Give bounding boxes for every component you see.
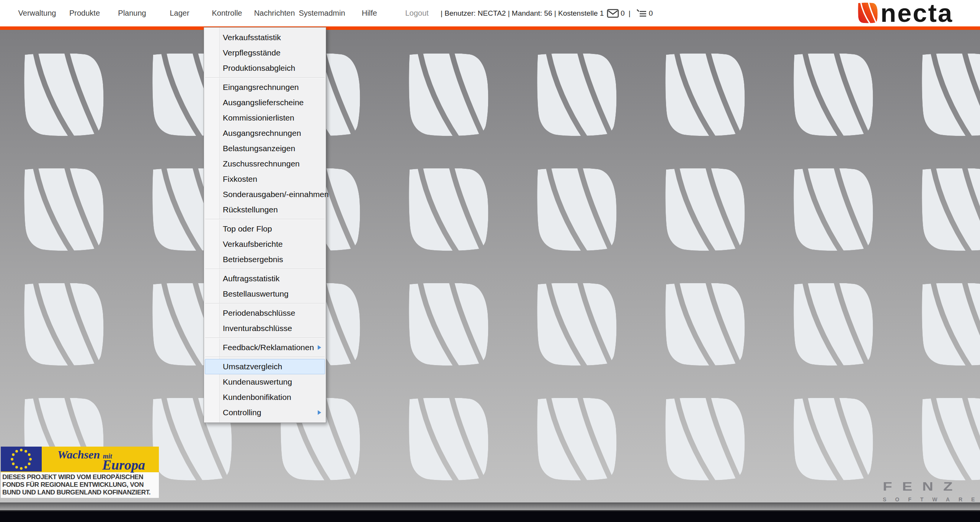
accent-bar bbox=[0, 26, 980, 30]
menu-separator bbox=[205, 338, 325, 338]
app-window: VerwaltungProduktePlanungLagerKontrolleN… bbox=[0, 0, 980, 522]
header-divider: | bbox=[629, 9, 630, 18]
dropdown-item-ausgangsrechnungen[interactable]: Ausgangsrechnungen bbox=[204, 126, 326, 141]
menu-item-planung[interactable]: Planung bbox=[108, 9, 156, 18]
dropdown-item-bestellauswertung[interactable]: Bestellauswertung bbox=[204, 286, 326, 302]
dropdown-item-controlling[interactable]: Controlling bbox=[204, 405, 326, 420]
footer-bevel bbox=[0, 503, 980, 510]
brand-wordmark: necta bbox=[880, 1, 953, 25]
dropdown-item-top-oder-flop[interactable]: Top oder Flop bbox=[204, 221, 326, 237]
dropdown-item-kommissionierlisten[interactable]: Kommissionierlisten bbox=[204, 110, 326, 126]
dropdown-item-sonderausgaben-einnahmen[interactable]: Sonderausgaben/-einnahmen bbox=[204, 187, 326, 202]
dropdown-item-periodenabschlüsse[interactable]: Periodenabschlüsse bbox=[204, 305, 326, 321]
dropdown-item-umsatzvergleich[interactable]: Umsatzvergleich bbox=[205, 359, 325, 374]
menu-separator bbox=[205, 269, 325, 269]
submenu-arrow-icon bbox=[318, 345, 321, 350]
dropdown-item-inventurabschlüsse[interactable]: Inventurabschlüsse bbox=[204, 321, 326, 336]
task-list-icon[interactable] bbox=[636, 8, 647, 18]
dropdown-item-verpflegsstände[interactable]: Verpflegsstände bbox=[204, 45, 326, 60]
dropdown-item-fixkosten[interactable]: Fixkosten bbox=[204, 171, 326, 187]
menu-item-produkte[interactable]: Produkte bbox=[61, 9, 108, 18]
eu-caption-line: FONDS FÜR REGIONALE ENTWICKLUNG, VON bbox=[2, 481, 157, 489]
eu-title-word2: Europa bbox=[102, 457, 145, 473]
menu-separator bbox=[205, 77, 325, 78]
dropdown-item-betriebsergebnis[interactable]: Betriebsergebnis bbox=[204, 252, 326, 267]
mail-count: 0 bbox=[621, 9, 625, 18]
submenu-arrow-icon bbox=[318, 410, 321, 415]
menu-item-logout[interactable]: Logout bbox=[393, 9, 441, 18]
background-pattern bbox=[0, 30, 980, 502]
eu-caption-line: BUND UND LAND BURGENLAND KOFINANZIERT. bbox=[2, 489, 157, 496]
mail-icon[interactable] bbox=[607, 9, 619, 18]
dropdown-item-zuschussrechnungen[interactable]: Zuschussrechnungen bbox=[204, 156, 326, 171]
fenz-watermark-subtitle: SOFTWARE bbox=[883, 496, 980, 502]
eu-badge-banner: Wachsen mit Europa bbox=[1, 447, 159, 472]
dropdown-item-kundenauswertung[interactable]: Kundenauswertung bbox=[204, 374, 326, 390]
dropdown-item-kundenbonifikation[interactable]: Kundenbonifikation bbox=[204, 390, 326, 405]
menu-item-hilfe[interactable]: Hilfe bbox=[346, 9, 393, 18]
eu-badge-caption: DIESES PROJEKT WIRD VOM EUROPÄISCHENFOND… bbox=[1, 472, 159, 498]
dropdown-item-verkaufsstatistik[interactable]: Verkaufsstatistik bbox=[204, 30, 326, 45]
user-info-text: | Benutzer: NECTA2 | Mandant: 56 | Koste… bbox=[441, 9, 604, 18]
eu-title-word1: Wachsen bbox=[57, 448, 100, 461]
menubar: VerwaltungProduktePlanungLagerKontrolleN… bbox=[0, 0, 980, 26]
menu-item-lager[interactable]: Lager bbox=[156, 9, 203, 18]
eu-flag-icon bbox=[1, 447, 42, 471]
dropdown-item-feedback-reklamationen[interactable]: Feedback/Reklamationen bbox=[204, 340, 326, 355]
dropdown-item-produktionsabgleich[interactable]: Produktionsabgleich bbox=[204, 60, 326, 76]
menu-item-verwaltung[interactable]: Verwaltung bbox=[13, 9, 61, 18]
brand-logo: necta bbox=[858, 1, 953, 25]
fenz-watermark: FENZ SOFTWARE bbox=[883, 480, 980, 502]
menu-item-nachrichten[interactable]: Nachrichten bbox=[251, 9, 298, 18]
footer-status-bar bbox=[0, 511, 980, 522]
kontrolle-dropdown-menu: VerkaufsstatistikVerpflegsständeProdukti… bbox=[204, 27, 326, 423]
eu-caption-line: DIESES PROJEKT WIRD VOM EUROPÄISCHEN bbox=[2, 473, 157, 481]
notes-count: 0 bbox=[649, 9, 653, 18]
user-info: | Benutzer: NECTA2 | Mandant: 56 | Koste… bbox=[441, 8, 654, 18]
dropdown-item-verkaufsberichte[interactable]: Verkaufsberichte bbox=[204, 237, 326, 252]
menu-separator bbox=[205, 357, 325, 357]
menu-separator bbox=[205, 219, 325, 220]
main-menu: VerwaltungProduktePlanungLagerKontrolleN… bbox=[0, 9, 441, 18]
dropdown-item-rückstellungen[interactable]: Rückstellungen bbox=[204, 202, 326, 217]
menu-separator bbox=[205, 303, 325, 304]
menu-item-kontrolle[interactable]: Kontrolle bbox=[203, 9, 251, 18]
eu-funding-badge: Wachsen mit Europa DIESES PROJEKT WIRD V… bbox=[1, 447, 159, 498]
brand-leaf-icon bbox=[858, 2, 878, 24]
dropdown-item-ausgangslieferscheine[interactable]: Ausgangslieferscheine bbox=[204, 95, 326, 110]
menu-item-systemadmin[interactable]: Systemadmin bbox=[298, 9, 346, 18]
dropdown-item-auftragsstatistik[interactable]: Auftragsstatistik bbox=[204, 271, 326, 286]
dropdown-item-eingangsrechnungen[interactable]: Eingangsrechnungen bbox=[204, 80, 326, 95]
dropdown-item-belastungsanzeigen[interactable]: Belastungsanzeigen bbox=[204, 141, 326, 156]
fenz-watermark-name: FENZ bbox=[883, 480, 980, 493]
